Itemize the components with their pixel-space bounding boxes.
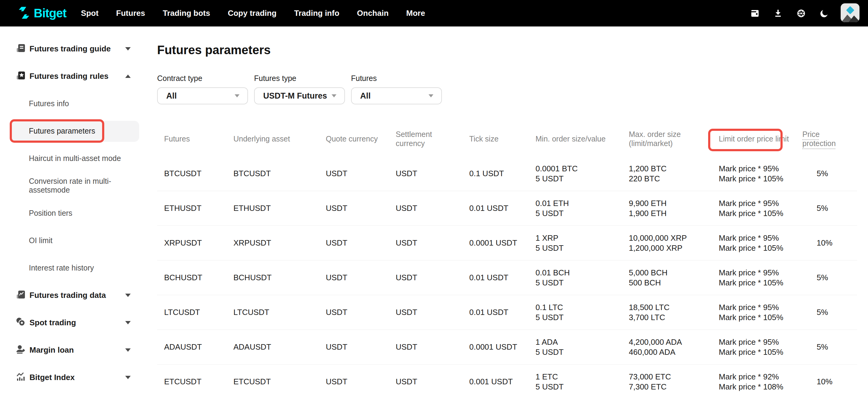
- filter-contract-type: Contract type All: [157, 74, 248, 104]
- cell-min-order: 1 ETC5 USDT: [535, 372, 629, 392]
- nav-item-trading-bots[interactable]: Trading bots: [163, 8, 210, 18]
- avatar[interactable]: [841, 3, 860, 23]
- nav-item-more[interactable]: More: [406, 8, 425, 18]
- globe-icon[interactable]: [796, 8, 806, 18]
- table-row: ETHUSDT ETHUSDT USDT USDT 0.01 USDT 0.01…: [157, 191, 857, 226]
- download-icon[interactable]: [773, 8, 783, 18]
- sidebar-item-label: Futures trading rules: [29, 72, 108, 81]
- table-row: BCHUSDT BCHUSDT USDT USDT 0.01 USDT 0.01…: [157, 260, 857, 295]
- cell-underlying: ETCUSDT: [234, 377, 326, 387]
- main-content: Futures parameters Contract type All Fut…: [0, 26, 868, 398]
- col-header-quote-currency: Quote currency: [326, 134, 396, 143]
- select-value: All: [166, 91, 177, 101]
- cell-tick: 0.01 USDT: [469, 203, 535, 213]
- cell-quote: USDT: [326, 169, 396, 179]
- cell-settlement: USDT: [396, 169, 469, 179]
- cell-tick: 0.0001 USDT: [469, 342, 535, 352]
- sidebar-item-label: Futures trading guide: [29, 44, 111, 54]
- cell-underlying: BTCUSDT: [234, 169, 326, 179]
- sidebar-item-label: Bitget Index: [29, 373, 75, 382]
- col-header-price-protection[interactable]: Price protection: [802, 130, 842, 148]
- cell-settlement: USDT: [396, 307, 469, 317]
- col-header-max-order-size: Max. order size (limit/market): [629, 130, 693, 148]
- cell-futures: ETCUSDT: [157, 377, 234, 387]
- cell-quote: USDT: [326, 377, 396, 387]
- filters: Contract type All Futures type USDT-M Fu…: [157, 74, 442, 104]
- cell-min-order: 1 XRP5 USDT: [535, 233, 629, 253]
- sidebar-item-label: Spot trading: [29, 318, 76, 328]
- cell-settlement: USDT: [396, 238, 469, 248]
- nav-item-copy-trading[interactable]: Copy trading: [228, 8, 276, 18]
- col-header-futures: Futures: [157, 134, 234, 143]
- table-header: Futures Underlying asset Quote currency …: [157, 123, 857, 154]
- nav-item-futures[interactable]: Futures: [116, 8, 145, 18]
- sidebar-item-label: Margin loan: [29, 345, 74, 355]
- cell-protection: 5%: [802, 273, 857, 283]
- cell-protection: 5%: [802, 203, 857, 213]
- filter-label: Contract type: [157, 74, 248, 82]
- sidebar-item-label: Position tiers: [29, 209, 72, 218]
- cell-protection: 5%: [802, 342, 857, 352]
- cell-max-order: 4,200,000 ADA460,000 ADA: [629, 337, 719, 357]
- sidebar-item-label: OI limit: [29, 236, 53, 245]
- cell-settlement: USDT: [396, 203, 469, 213]
- cell-min-order: 0.0001 BTC5 USDT: [535, 164, 629, 184]
- cell-max-order: 10,000,000 XRP1,200,000 XRP: [629, 233, 719, 253]
- cell-underlying: BCHUSDT: [234, 273, 326, 283]
- cell-underlying: LTCUSDT: [234, 307, 326, 317]
- filter-label: Futures: [351, 74, 442, 82]
- sidebar-item-label: Conversion rate in multi-assetsmode: [29, 177, 140, 194]
- table-row: ADAUSDT ADAUSDT USDT USDT 0.0001 USDT 1 …: [157, 330, 857, 365]
- cell-limit-price: Mark price * 95%Mark price * 105%: [719, 337, 802, 357]
- futures-type-select[interactable]: USDT-M Futures: [254, 87, 345, 104]
- col-header-underlying-asset: Underlying asset: [234, 134, 326, 143]
- cell-limit-price: Mark price * 95%Mark price * 105%: [719, 268, 802, 288]
- bitget-logo-text: Bitget: [34, 6, 66, 20]
- cell-protection: 10%: [802, 377, 857, 387]
- table-row: XRPUSDT XRPUSDT USDT USDT 0.0001 USDT 1 …: [157, 226, 857, 260]
- nav-item-trading-info[interactable]: Trading info: [294, 8, 339, 18]
- filter-futures: Futures All: [351, 74, 442, 104]
- cell-min-order: 0.01 BCH5 USDT: [535, 268, 629, 288]
- page-title: Futures parameters: [157, 43, 271, 57]
- cell-futures: BCHUSDT: [157, 273, 234, 283]
- cell-futures: ETHUSDT: [157, 203, 234, 213]
- cell-underlying: ETHUSDT: [234, 203, 326, 213]
- futures-select[interactable]: All: [351, 87, 442, 104]
- col-header-settlement-currency: Settlement currency: [396, 130, 451, 148]
- contract-type-select[interactable]: All: [157, 87, 248, 104]
- col-header-tick-size: Tick size: [469, 134, 535, 143]
- cell-futures: ADAUSDT: [157, 342, 234, 352]
- main-nav: Spot Futures Trading bots Copy trading T…: [81, 8, 425, 18]
- cell-max-order: 1,200 BTC220 BTC: [629, 164, 719, 184]
- bitget-logo[interactable]: Bitget: [17, 6, 66, 21]
- cell-min-order: 0.1 LTC5 USDT: [535, 303, 629, 322]
- cell-min-order: 0.01 ETH5 USDT: [535, 198, 629, 219]
- table-row: BTCUSDT BTCUSDT USDT USDT 0.1 USDT 0.000…: [157, 157, 857, 191]
- sidebar-item-label: Futures info: [29, 99, 69, 108]
- table-row: ETCUSDT ETCUSDT USDT USDT 0.001 USDT 1 E…: [157, 365, 857, 398]
- cell-limit-price: Mark price * 92%Mark price * 108%: [719, 372, 802, 392]
- cell-tick: 0.01 USDT: [469, 307, 535, 317]
- filter-label: Futures type: [254, 74, 345, 82]
- table-row: LTCUSDT LTCUSDT USDT USDT 0.01 USDT 0.1 …: [157, 295, 857, 330]
- bitget-logo-icon: [17, 6, 31, 21]
- sidebar-item-label: Futures trading data: [29, 291, 106, 300]
- cell-limit-price: Mark price * 95%Mark price * 105%: [719, 303, 802, 322]
- top-nav: Bitget Spot Futures Trading bots Copy tr…: [0, 0, 868, 26]
- col-header-min-order-size: Min. order size/value: [535, 134, 629, 143]
- caret-down-icon: [235, 94, 240, 97]
- wallet-icon[interactable]: [750, 8, 760, 18]
- caret-down-icon: [429, 94, 433, 97]
- nav-item-spot[interactable]: Spot: [81, 8, 98, 18]
- cell-futures: LTCUSDT: [157, 307, 234, 317]
- moon-icon[interactable]: [819, 8, 829, 18]
- cell-max-order: 5,000 BCH500 BCH: [629, 268, 719, 288]
- cell-tick: 0.01 USDT: [469, 273, 535, 283]
- nav-item-onchain[interactable]: Onchain: [357, 8, 389, 18]
- cell-underlying: XRPUSDT: [234, 238, 326, 248]
- cell-protection: 5%: [802, 169, 857, 179]
- cell-quote: USDT: [326, 238, 396, 248]
- cell-futures: BTCUSDT: [157, 169, 234, 179]
- nav-right-icons: [750, 3, 860, 23]
